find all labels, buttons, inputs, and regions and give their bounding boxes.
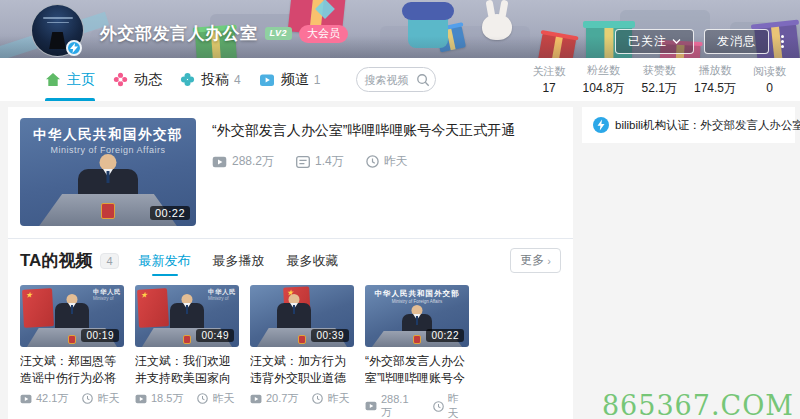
- video-meta: 18.5万 昨天: [135, 391, 239, 406]
- videos-section: TA的视频 4 最新发布 最多播放 最多收藏 更多 › 中华人民Ministry…: [8, 238, 573, 419]
- stat-following[interactable]: 关注数 17: [533, 64, 566, 95]
- followed-button[interactable]: 已关注: [615, 29, 694, 54]
- stat-likes: 获赞数 52.1万: [642, 63, 677, 97]
- watermark: 865367.COM: [602, 390, 794, 419]
- sort-tab-latest[interactable]: 最新发布: [139, 252, 191, 270]
- video-meta: 288.1万 昨天: [365, 391, 469, 419]
- sort-tab-most-played[interactable]: 最多播放: [213, 252, 265, 270]
- national-emblem-art: [413, 335, 421, 344]
- more-options-icon[interactable]: [781, 35, 784, 48]
- profile-stats: 关注数 17 粉丝数 104.8万 获赞数 52.1万 播放数 174.5万 阅…: [533, 58, 786, 101]
- featured-video-section: 中华人民共和国外交部 Ministry of Foreign Affairs 0…: [8, 107, 573, 238]
- level-badge: LV2: [265, 27, 293, 40]
- tab-submissions[interactable]: 投稿 4: [180, 58, 241, 101]
- featured-video-thumbnail[interactable]: 中华人民共和国外交部 Ministry of Foreign Affairs 0…: [20, 118, 196, 226]
- search-input[interactable]: [364, 74, 416, 86]
- play-count-icon: [365, 401, 377, 411]
- tab-count: 4: [234, 73, 241, 87]
- national-emblem-art: [298, 335, 306, 344]
- home-icon: [45, 72, 61, 87]
- video-card[interactable]: 00:39 汪文斌：加方行为违背外交职业道德和国际交往准则 20.7万 昨天: [250, 285, 354, 419]
- tab-dynamics[interactable]: 动态: [113, 58, 162, 101]
- featured-video-meta: 288.2万 1.4万 昨天: [212, 153, 515, 170]
- video-duration: 00:22: [150, 206, 190, 220]
- stat-plays: 播放数 174.5万: [694, 63, 736, 97]
- video-title[interactable]: “外交部发言人办公室”哔哩哔哩账号今天正式开通: [365, 353, 469, 387]
- main-content: 中华人民共和国外交部 Ministry of Foreign Affairs 0…: [0, 101, 800, 419]
- more-videos-button[interactable]: 更多 ›: [510, 248, 561, 273]
- video-card[interactable]: 中华人民共和国外交部 Ministry of Foreign Affairs 0…: [365, 285, 469, 419]
- chevron-right-icon: ›: [547, 255, 551, 267]
- video-title[interactable]: 汪文斌：加方行为违背外交职业道德和国际交往准则: [250, 353, 354, 387]
- thumb-backdrop-cn: 中华人民共和国外交部: [365, 289, 469, 299]
- video-search-box[interactable]: [356, 67, 436, 92]
- tab-channels[interactable]: 频道 1: [259, 58, 321, 101]
- verified-badge-icon: [66, 40, 82, 56]
- video-title[interactable]: 汪文斌：我们欢迎并支持欧美国家向非洲国家提供疫苗: [135, 353, 239, 387]
- play-count-icon: [212, 156, 227, 168]
- video-duration: 00:49: [196, 329, 234, 342]
- video-meta: 20.7万 昨天: [250, 391, 354, 406]
- username[interactable]: 外交部发言人办公室: [100, 22, 258, 45]
- stat-followers[interactable]: 粉丝数 104.8万: [583, 63, 625, 97]
- chevron-down-icon: [672, 38, 681, 45]
- channel-play-icon: [259, 73, 275, 87]
- thumb-backdrop-en: Ministry of Foreign Affairs: [365, 299, 469, 304]
- play-count-icon: [250, 394, 262, 404]
- profile-navbar: 主页 动态 投稿 4 频道 1 关注数 17 粉丝数 104.8万: [0, 58, 800, 101]
- national-emblem-art: [68, 335, 76, 344]
- send-message-button[interactable]: 发消息: [704, 29, 769, 54]
- clock-icon: [82, 393, 93, 404]
- content-column: 中华人民共和国外交部 Ministry of Foreign Affairs 0…: [8, 107, 573, 419]
- video-thumbnail[interactable]: 中华人民Ministry of 00:49: [135, 285, 239, 347]
- danmaku-icon: [296, 156, 310, 168]
- video-title[interactable]: 汪文斌：郑国恩等造谣中伤行为必将受到正义的清算: [20, 353, 124, 387]
- videos-section-title: TA的视频: [20, 249, 92, 272]
- certification-card: bilibili机构认证：外交部发言人办公室官方账号: [582, 107, 795, 143]
- search-icon[interactable]: [416, 73, 430, 87]
- flag-art: [137, 288, 169, 328]
- stat-reads: 阅读数 0: [753, 64, 786, 95]
- video-card[interactable]: 中华人民Ministry of 00:19 汪文斌：郑国恩等造谣中伤行为必将受到…: [20, 285, 124, 419]
- play-count-icon: [135, 394, 147, 404]
- video-duration: 00:19: [81, 329, 119, 342]
- featured-video-title[interactable]: “外交部发言人办公室”哔哩哔哩账号今天正式开通: [212, 122, 515, 140]
- thumb-backdrop-cn: 中华人民共和国外交部: [20, 126, 196, 144]
- vip-badge[interactable]: 大会员: [299, 25, 348, 43]
- videos-count-badge: 4: [100, 253, 118, 269]
- video-card[interactable]: 中华人民Ministry of 00:49 汪文斌：我们欢迎并支持欧美国家向非洲…: [135, 285, 239, 419]
- video-thumbnail[interactable]: 中华人民Ministry of 00:19: [20, 285, 124, 347]
- clock-icon: [312, 393, 323, 404]
- national-emblem-art: [101, 203, 115, 219]
- clover-icon: [180, 72, 195, 87]
- profile-banner: 外交部发言人办公室 LV2 大会员 已关注 发消息: [0, 0, 800, 58]
- tab-home[interactable]: 主页: [45, 58, 95, 101]
- sort-tab-most-favorited[interactable]: 最多收藏: [287, 252, 339, 270]
- flower-icon: [113, 72, 128, 87]
- video-meta: 42.1万 昨天: [20, 391, 124, 406]
- national-emblem-art: [183, 335, 191, 344]
- clock-icon: [197, 393, 208, 404]
- video-grid: 中华人民Ministry of 00:19 汪文斌：郑国恩等造谣中伤行为必将受到…: [20, 285, 561, 419]
- video-thumbnail[interactable]: 00:39: [250, 285, 354, 347]
- clock-icon: [433, 401, 444, 412]
- clock-icon: [366, 155, 379, 168]
- play-count-icon: [20, 394, 32, 404]
- verified-lightning-icon: [593, 117, 609, 133]
- tab-count: 1: [314, 73, 321, 87]
- flag-art: [22, 288, 54, 328]
- video-thumbnail[interactable]: 中华人民共和国外交部 Ministry of Foreign Affairs 0…: [365, 285, 469, 347]
- video-duration: 00:22: [426, 329, 464, 342]
- certification-text: bilibili机构认证：外交部发言人办公室官方账号: [615, 118, 800, 133]
- video-duration: 00:39: [311, 329, 349, 342]
